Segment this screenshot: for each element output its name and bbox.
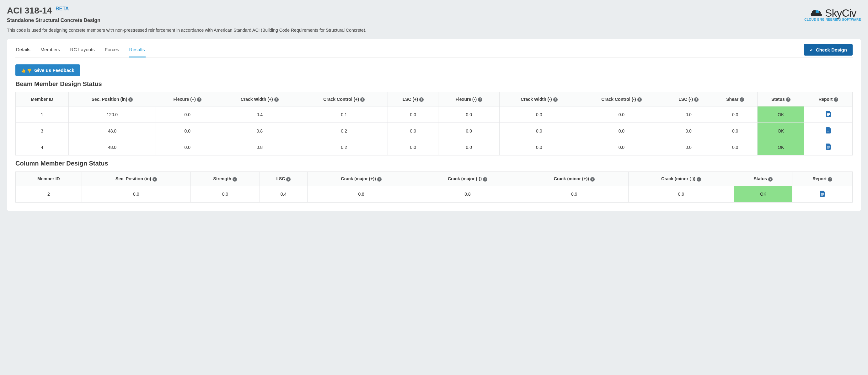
table-row: 1120.00.00.40.10.00.00.00.00.00.0OK: [16, 107, 852, 123]
col-th-crack-minor-neg: Crack (minor (-))i: [628, 172, 734, 186]
col-th-crack-major-neg: Crack (major (-))i: [415, 172, 520, 186]
svg-rect-10: [821, 194, 824, 195]
info-icon[interactable]: i: [478, 97, 482, 102]
svg-rect-1: [827, 114, 830, 115]
cell-flexure-pos: 0.0: [156, 123, 219, 139]
beam-th-crack-width-pos: Crack Width (+)i: [219, 92, 300, 107]
cell-member-id: 4: [16, 139, 69, 155]
cell-crack-major-pos: 0.8: [308, 186, 415, 202]
cell-report: [804, 123, 852, 139]
cell-crack-control-pos: 0.2: [300, 123, 388, 139]
info-icon[interactable]: i: [419, 97, 424, 102]
cell-flexure-neg: 0.0: [438, 123, 500, 139]
beam-th-shear: Sheari: [713, 92, 757, 107]
feedback-label: Give us Feedback: [34, 67, 74, 73]
cell-member-id: 3: [16, 123, 69, 139]
check-icon: ✓: [810, 48, 813, 53]
report-icon[interactable]: [820, 191, 825, 197]
info-icon[interactable]: i: [740, 97, 744, 102]
col-th-sec-position: Sec. Position (in)i: [82, 172, 190, 186]
svg-rect-8: [827, 148, 829, 149]
table-row: 448.00.00.80.20.00.00.00.00.00.0OK: [16, 139, 852, 155]
col-th-crack-minor-pos: Crack (minor (+))i: [520, 172, 628, 186]
col-th-crack-major-pos: Crack (major (+))i: [308, 172, 415, 186]
cell-member-id: 2: [16, 186, 82, 202]
cell-crack-control-neg: 0.0: [579, 139, 664, 155]
cell-report: [793, 186, 852, 202]
svg-rect-4: [827, 131, 830, 131]
info-icon[interactable]: i: [768, 177, 773, 181]
info-icon[interactable]: i: [286, 177, 290, 181]
beam-th-flexure-neg: Flexure (-)i: [438, 92, 500, 107]
info-icon[interactable]: i: [128, 97, 133, 102]
skyciv-logo: SkyCiv CLOUD ENGINEERING SOFTWARE: [804, 7, 861, 21]
tab-results[interactable]: Results: [129, 42, 146, 57]
tab-rc-layouts[interactable]: RC Layouts: [69, 42, 95, 57]
cell-crack-width-neg: 0.0: [500, 139, 579, 155]
report-icon[interactable]: [826, 111, 831, 117]
info-icon[interactable]: i: [274, 97, 279, 102]
cell-lsc-neg: 0.0: [664, 107, 713, 123]
beam-th-crack-control-pos: Crack Control (+)i: [300, 92, 388, 107]
tab-details[interactable]: Details: [16, 42, 31, 57]
info-icon[interactable]: i: [697, 177, 701, 181]
beam-th-flexure-pos: Flexure (+)i: [156, 92, 219, 107]
cell-sec-position: 48.0: [68, 139, 156, 155]
info-icon[interactable]: i: [786, 97, 790, 102]
info-icon[interactable]: i: [553, 97, 558, 102]
col-th-lsc: LSCi: [259, 172, 307, 186]
cell-crack-width-pos: 0.4: [219, 107, 300, 123]
cell-crack-control-neg: 0.0: [579, 107, 664, 123]
cell-lsc-pos: 0.0: [388, 123, 438, 139]
info-icon[interactable]: i: [590, 177, 595, 181]
cell-flexure-neg: 0.0: [438, 107, 500, 123]
info-icon[interactable]: i: [377, 177, 381, 181]
cell-status: OK: [757, 123, 804, 139]
col-th-strength: Strengthi: [190, 172, 259, 186]
info-icon[interactable]: i: [834, 97, 838, 102]
beam-th-lsc-neg: LSC (-)i: [664, 92, 713, 107]
logo-text: SkyCiv: [825, 7, 857, 19]
col-th-report: Reporti: [793, 172, 852, 186]
svg-rect-6: [827, 146, 830, 147]
cell-flexure-pos: 0.0: [156, 139, 219, 155]
tab-members[interactable]: Members: [40, 42, 61, 57]
cell-crack-major-neg: 0.8: [415, 186, 520, 202]
cell-report: [804, 107, 852, 123]
info-icon[interactable]: i: [197, 97, 202, 102]
cell-flexure-neg: 0.0: [438, 139, 500, 155]
tab-forces[interactable]: Forces: [104, 42, 120, 57]
info-icon[interactable]: i: [232, 177, 237, 181]
tab-bar: Details Members RC Layouts Forces Result…: [16, 42, 146, 57]
cell-status: OK: [757, 139, 804, 155]
check-design-button[interactable]: ✓ Check Design: [804, 44, 852, 56]
beam-th-member-id: Member ID: [16, 92, 69, 107]
page-description: This code is used for designing concrete…: [7, 28, 804, 33]
cloud-icon: [809, 7, 823, 19]
beam-th-report: Reporti: [804, 92, 852, 107]
info-icon[interactable]: i: [360, 97, 365, 102]
title-text: ACI 318-14: [7, 6, 52, 16]
info-icon[interactable]: i: [153, 177, 157, 181]
beam-th-lsc-pos: LSC (+)i: [388, 92, 438, 107]
logo-subtext: CLOUD ENGINEERING SOFTWARE: [804, 18, 861, 21]
svg-rect-2: [827, 115, 829, 116]
svg-rect-11: [821, 195, 823, 196]
cell-strength: 0.0: [190, 186, 259, 202]
thumb-up-icon: 👍: [21, 68, 26, 73]
info-icon[interactable]: i: [828, 177, 832, 181]
info-icon[interactable]: i: [694, 97, 699, 102]
beam-table: Member ID Sec. Position (in)i Flexure (+…: [16, 92, 852, 155]
info-icon[interactable]: i: [637, 97, 642, 102]
cell-lsc-pos: 0.0: [388, 139, 438, 155]
cell-sec-position: 0.0: [82, 186, 190, 202]
report-icon[interactable]: [826, 144, 831, 150]
page-subtitle: Standalone Structural Concrete Design: [7, 18, 804, 23]
table-row: 20.00.00.40.80.80.90.9OK: [16, 186, 852, 202]
svg-rect-3: [827, 130, 830, 130]
feedback-button[interactable]: 👍 👎 Give us Feedback: [16, 64, 80, 76]
report-icon[interactable]: [826, 127, 831, 134]
cell-crack-control-pos: 0.1: [300, 107, 388, 123]
beam-th-sec-position: Sec. Position (in)i: [68, 92, 156, 107]
info-icon[interactable]: i: [483, 177, 487, 181]
